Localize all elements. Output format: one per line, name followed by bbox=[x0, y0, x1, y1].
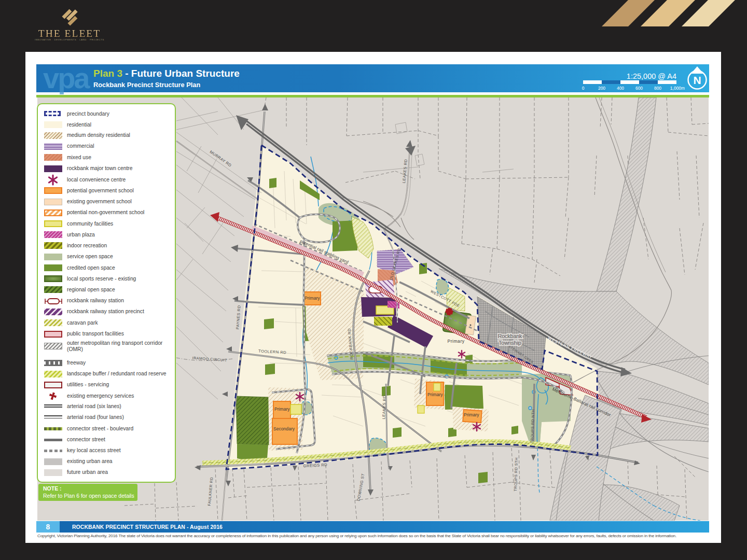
svg-text:400: 400 bbox=[617, 86, 624, 91]
svg-text:Rockbank: Rockbank bbox=[498, 333, 522, 339]
svg-text:Secondary: Secondary bbox=[273, 426, 295, 431]
svg-text:Township: Township bbox=[499, 340, 521, 346]
svg-text:Primary: Primary bbox=[447, 339, 464, 344]
svg-text:1,000m: 1,000m bbox=[670, 86, 685, 91]
svg-text:Primary: Primary bbox=[305, 296, 320, 301]
svg-text:Primary: Primary bbox=[427, 392, 443, 397]
svg-text:Primary: Primary bbox=[274, 407, 290, 412]
svg-text:N: N bbox=[693, 74, 701, 86]
svg-text:0: 0 bbox=[582, 86, 585, 91]
svg-text:LEAKES RD: LEAKES RD bbox=[381, 395, 387, 419]
svg-text:Primary: Primary bbox=[464, 412, 479, 417]
svg-text:600: 600 bbox=[635, 86, 643, 91]
svg-text:200: 200 bbox=[598, 86, 605, 91]
svg-text:800: 800 bbox=[654, 86, 661, 91]
